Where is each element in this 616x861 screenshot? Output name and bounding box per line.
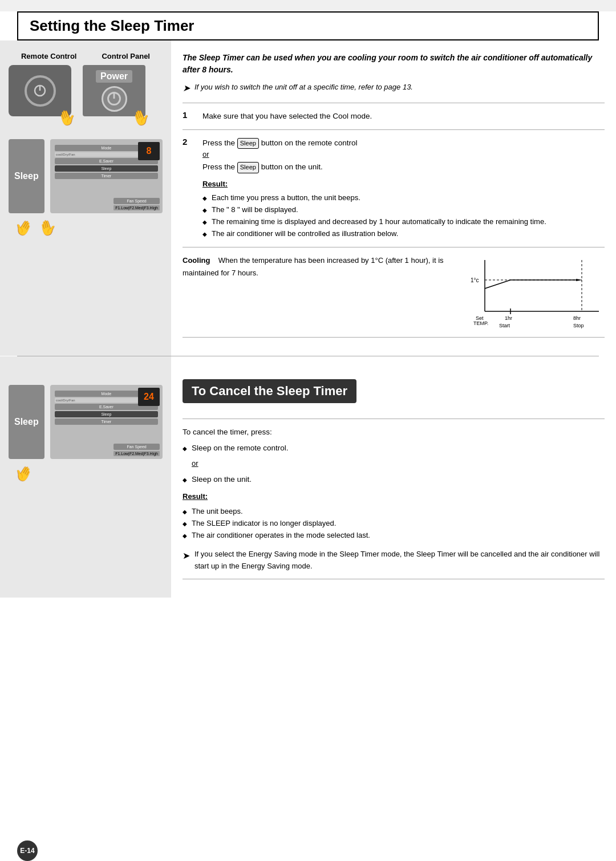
svg-marker-8 [576, 279, 582, 281]
step-2-number: 2 [183, 137, 194, 147]
page-title: Setting the Sleep Timer [30, 17, 586, 35]
cooling-section: Cooling When the temperature has been in… [183, 254, 605, 330]
panel-power-icon [102, 86, 127, 112]
cancel-result-item-3: The air conditioner operates in the mode… [183, 530, 605, 542]
section-2: Sleep 24 Mode cool/Dry/Fan E.Saver Sleep… [0, 356, 616, 598]
temp-chart-svg: 1°c Set TEMP. 1hr 8hr Start time Stop ti… [468, 254, 605, 328]
cancel-item-1: Sleep on the remote control. [183, 442, 605, 455]
cancel-content: To cancel the timer, press: Sleep on the… [183, 426, 605, 572]
cooling-label: Cooling [183, 256, 210, 265]
sleep-device-row-2: Sleep 24 Mode cool/Dry/Fan E.Saver Sleep… [9, 385, 163, 459]
result-item-2: The " 8 " will be displayed. [202, 204, 605, 216]
cooling-description: When the temperature has been increased … [183, 256, 444, 277]
cancel-result-label: Result: [183, 492, 208, 501]
divider-4 [183, 337, 605, 338]
display-area-2: 24 [138, 388, 160, 406]
cancel-result-block: Result: The unit beeps. The SLEEP indica… [183, 490, 605, 541]
left-panel-section2: Sleep 24 Mode cool/Dry/Fan E.Saver Sleep… [0, 356, 171, 598]
arrow-marker-2: ➤ [183, 549, 190, 563]
cancel-item-2: Sleep on the unit. [183, 473, 605, 486]
fan-speed-btn-2: Fan Speed [114, 444, 160, 450]
timer-btn-2: Timer [55, 419, 158, 425]
fan-speed-area: Fan Speed F1.Low|F2.Med|F3.High [114, 198, 160, 210]
device-images: ✋ Power ✋ [9, 65, 163, 122]
timer-btn: Timer [55, 173, 158, 179]
svg-text:TEMP.: TEMP. [473, 320, 488, 326]
device-labels: Remote Control Control Panel [9, 52, 163, 60]
or-text-1: or [202, 149, 605, 161]
page: Setting the Sleep Timer Remote Control C… [0, 11, 616, 861]
sleep-btn-2: Sleep [55, 411, 158, 417]
power-icon [33, 84, 47, 98]
control-panel-label: Control Panel [102, 52, 150, 60]
cancel-items-2: Sleep on the unit. [183, 473, 605, 486]
divider-1 [183, 103, 605, 103]
cancel-arrow-hands: ✋ [14, 465, 163, 482]
spacer [9, 368, 163, 385]
sleep-label-2: Sleep [9, 385, 44, 459]
power-button [25, 75, 56, 107]
cancel-result-item-2: The SLEEP indicator is no longer display… [183, 518, 605, 530]
svg-text:1hr: 1hr [505, 315, 512, 321]
divider-6 [183, 579, 605, 579]
cancel-items: Sleep on the remote control. [183, 442, 605, 455]
sleep-section: Sleep 8 Mode cool/Dry/Fan E.Saver Sleep … [9, 139, 163, 237]
fan-speed-btn: Fan Speed [114, 198, 160, 204]
sleep-btn: Sleep [55, 165, 158, 172]
fan-speed-bar: F1.Low|F2.Med|F3.High [114, 205, 160, 210]
control-panel-img: Power ✋ [83, 65, 151, 122]
step-1: 1 Make sure that you have selected the C… [183, 110, 605, 123]
sleep-remote-panel: 8 Mode cool/Dry/Fan E.Saver Sleep Timer … [50, 139, 163, 213]
remote-control-img: ✋ [9, 65, 77, 122]
energy-saving-note: ➤ If you select the Energy Saving mode i… [183, 549, 605, 572]
sleep-remote-panel-2: 24 Mode cool/Dry/Fan E.Saver Sleep Timer… [50, 385, 163, 459]
display-area: 8 [138, 142, 160, 160]
step-2-content: Press the Sleep button on the remote con… [202, 137, 605, 240]
divider-3 [183, 247, 605, 247]
svg-text:time: time [499, 328, 509, 328]
divider-5 [183, 419, 605, 419]
result-items-1: Each time you press a button, the unit b… [202, 192, 605, 239]
display-char-2: 24 [144, 392, 154, 402]
temp-chart-container: 1°c Set TEMP. 1hr 8hr Start time Stop ti… [468, 254, 605, 330]
or-text-2: or [192, 457, 605, 470]
svg-text:1°c: 1°c [471, 277, 479, 283]
divider-2 [183, 129, 605, 130]
sleep-label: Sleep [9, 139, 44, 213]
step-2-line2: Press the Sleep button on the unit. [202, 161, 605, 173]
arrow-marker: ➤ [183, 83, 190, 94]
result-item-4: The air conditioner will be controlled a… [202, 228, 605, 240]
sleep-arrow-hands: ✋ ✋ [14, 219, 163, 237]
result-label-1: Result: [202, 180, 228, 188]
sleep-inline-1: Sleep [237, 138, 259, 149]
left-panel-section1: Remote Control Control Panel ✋ [0, 40, 171, 356]
step-1-content: Make sure that you have selected the Coo… [202, 110, 605, 123]
right-panel-section2: To Cancel the Sleep Timer To cancel the … [171, 356, 616, 598]
step-2: 2 Press the Sleep button on the remote c… [183, 137, 605, 240]
fan-speed-bar-2: F1.Low|F2.Med|F3.High [114, 451, 160, 456]
fan-speed-area-2: Fan Speed F1.Low|F2.Med|F3.High [114, 444, 160, 456]
cancel-result-items: The unit beeps. The SLEEP indicator is n… [183, 506, 605, 541]
cancel-result-item-1: The unit beeps. [183, 506, 605, 518]
section-intro: The Sleep Timer can be used when you are… [183, 52, 605, 76]
arrow-hand-sleep-right: ✋ [37, 217, 59, 238]
svg-text:time: time [573, 328, 583, 328]
energy-saving-text: If you select the Energy Saving mode in … [194, 549, 605, 572]
arrow-hand-remote: ✋ [55, 106, 79, 129]
remote-control-label: Remote Control [21, 52, 77, 60]
arrow-hand-cancel-left: ✋ [11, 461, 35, 486]
section-title: To Cancel the Sleep Timer [183, 379, 356, 403]
note-text: If you wish to switch the unit off at a … [194, 83, 413, 91]
panel-power-svg [106, 91, 122, 107]
cancel-intro: To cancel the timer, press: [183, 426, 605, 439]
cooling-text: Cooling When the temperature has been in… [183, 254, 456, 279]
sleep-device-row: Sleep 8 Mode cool/Dry/Fan E.Saver Sleep … [9, 139, 163, 213]
result-item-1: Each time you press a button, the unit b… [202, 192, 605, 204]
arrow-hand-panel: ✋ [129, 106, 153, 129]
display-char: 8 [147, 146, 152, 156]
arrow-hand-sleep-left: ✋ [11, 216, 35, 240]
note-line: ➤ If you wish to switch the unit off at … [183, 83, 605, 94]
step-2-line1: Press the Sleep button on the remote con… [202, 137, 605, 149]
sleep-inline-2: Sleep [237, 162, 259, 173]
right-panel-section1: The Sleep Timer can be used when you are… [171, 40, 616, 356]
